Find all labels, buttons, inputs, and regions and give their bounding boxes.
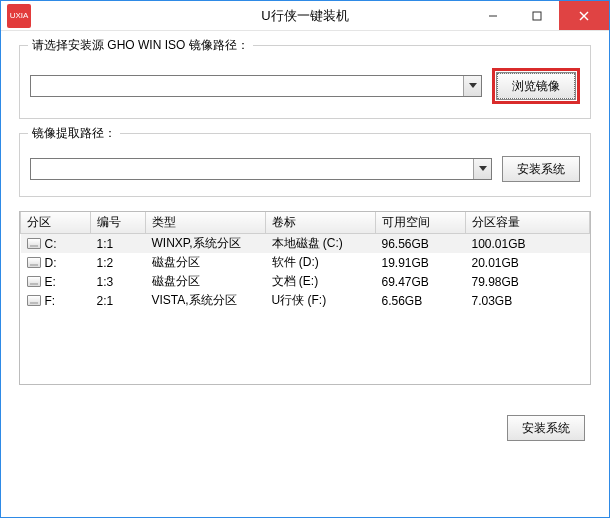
cell-number: 1:2 (91, 253, 146, 272)
extract-path-input[interactable] (31, 159, 473, 179)
extract-group-title: 镜像提取路径： (28, 125, 120, 142)
app-icon: UXIA (7, 4, 31, 28)
cell-free: 19.91GB (376, 253, 466, 272)
minimize-button[interactable] (471, 1, 515, 30)
drive-icon (27, 257, 41, 268)
cell-capacity: 100.01GB (466, 234, 590, 254)
cell-partition: C: (21, 234, 91, 254)
cell-number: 2:1 (91, 291, 146, 310)
cell-partition: D: (21, 253, 91, 272)
source-groupbox: 请选择安装源 GHO WIN ISO 镜像路径： 浏览镜像 (19, 45, 591, 119)
extract-groupbox: 镜像提取路径： 安装系统 (19, 133, 591, 197)
source-group-title: 请选择安装源 GHO WIN ISO 镜像路径： (28, 37, 253, 54)
drive-icon (27, 238, 41, 249)
col-header-type[interactable]: 类型 (146, 212, 266, 234)
table-row[interactable]: D:1:2磁盘分区软件 (D:)19.91GB20.01GB (21, 253, 590, 272)
col-header-free[interactable]: 可用空间 (376, 212, 466, 234)
cell-type: WINXP,系统分区 (146, 234, 266, 254)
cell-capacity: 7.03GB (466, 291, 590, 310)
cell-number: 1:1 (91, 234, 146, 254)
svg-marker-4 (469, 83, 477, 88)
svg-rect-1 (533, 12, 541, 20)
titlebar: UXIA U行侠一键装机 (1, 1, 609, 31)
cell-type: 磁盘分区 (146, 253, 266, 272)
cell-free: 69.47GB (376, 272, 466, 291)
col-header-capacity[interactable]: 分区容量 (466, 212, 590, 234)
cell-label: U行侠 (F:) (266, 291, 376, 310)
cell-number: 1:3 (91, 272, 146, 291)
chevron-down-icon[interactable] (463, 76, 481, 96)
col-header-label[interactable]: 卷标 (266, 212, 376, 234)
table-row[interactable]: F:2:1VISTA,系统分区U行侠 (F:)6.56GB7.03GB (21, 291, 590, 310)
extract-path-combo[interactable] (30, 158, 492, 180)
cell-partition: E: (21, 272, 91, 291)
cell-label: 软件 (D:) (266, 253, 376, 272)
maximize-button[interactable] (515, 1, 559, 30)
table-row[interactable]: C:1:1WINXP,系统分区本地磁盘 (C:)96.56GB100.01GB (21, 234, 590, 254)
cell-free: 96.56GB (376, 234, 466, 254)
drive-icon (27, 295, 41, 306)
cell-capacity: 79.98GB (466, 272, 590, 291)
cell-label: 本地磁盘 (C:) (266, 234, 376, 254)
install-button-top[interactable]: 安装系统 (502, 156, 580, 182)
col-header-number[interactable]: 编号 (91, 212, 146, 234)
browse-button[interactable]: 浏览镜像 (497, 73, 575, 99)
source-path-input[interactable] (31, 76, 463, 96)
partition-table: 分区 编号 类型 卷标 可用空间 分区容量 C:1:1WINXP,系统分区本地磁… (19, 211, 591, 385)
cell-free: 6.56GB (376, 291, 466, 310)
table-header-row: 分区 编号 类型 卷标 可用空间 分区容量 (21, 212, 590, 234)
install-button-bottom[interactable]: 安装系统 (507, 415, 585, 441)
cell-label: 文档 (E:) (266, 272, 376, 291)
source-path-combo[interactable] (30, 75, 482, 97)
cell-partition: F: (21, 291, 91, 310)
drive-icon (27, 276, 41, 287)
close-button[interactable] (559, 1, 609, 30)
window-title: U行侠一键装机 (261, 7, 348, 25)
col-header-partition[interactable]: 分区 (21, 212, 91, 234)
cell-type: 磁盘分区 (146, 272, 266, 291)
chevron-down-icon[interactable] (473, 159, 491, 179)
svg-marker-5 (479, 166, 487, 171)
browse-highlight: 浏览镜像 (492, 68, 580, 104)
window-frame: UXIA U行侠一键装机 请选择安装源 GHO WIN ISO 镜像路径： 浏览… (0, 0, 610, 518)
cell-capacity: 20.01GB (466, 253, 590, 272)
table-row[interactable]: E:1:3磁盘分区文档 (E:)69.47GB79.98GB (21, 272, 590, 291)
cell-type: VISTA,系统分区 (146, 291, 266, 310)
